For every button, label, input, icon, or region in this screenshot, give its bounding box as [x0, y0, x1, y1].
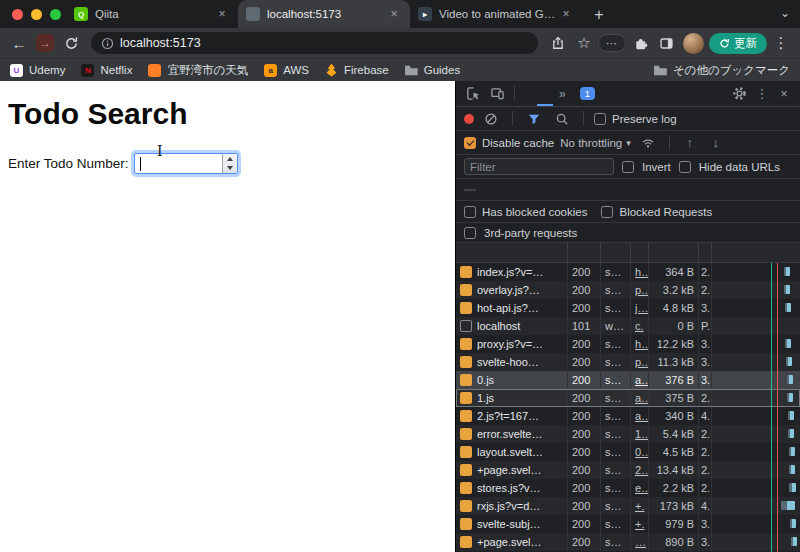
resource-type-chip[interactable]: [614, 189, 626, 191]
tab-search-chevron-icon[interactable]: ⌄: [780, 6, 790, 20]
resource-type-chip[interactable]: [479, 189, 491, 191]
column-header[interactable]: [568, 243, 601, 262]
invert-checkbox[interactable]: [622, 161, 634, 173]
spinner-down-button[interactable]: [223, 164, 237, 174]
request-row[interactable]: 2.js?t=167… 200 s… a… 340 B 4.: [456, 407, 800, 425]
profile-avatar[interactable]: [683, 33, 704, 54]
request-row[interactable]: rxjs.js?v=d… 200 s… +. 173 kB 4.: [456, 497, 800, 515]
request-row[interactable]: localhost 101 w… c. 0 B P.: [456, 317, 800, 335]
disable-cache-checkbox[interactable]: [464, 137, 476, 149]
throttling-dropdown[interactable]: No throttling ▾: [560, 137, 631, 149]
hide-data-urls-checkbox[interactable]: [679, 161, 691, 173]
devtools-settings-gear-icon[interactable]: [728, 84, 750, 104]
initiator-link[interactable]: h…: [631, 263, 649, 281]
resource-type-chip[interactable]: [584, 189, 596, 191]
issues-counter-badge[interactable]: 1: [580, 87, 595, 100]
request-row[interactable]: index.js?v=… 200 s… h… 364 B 2.: [456, 263, 800, 281]
request-row[interactable]: svelte-subj… 200 s… +. 979 B 3.: [456, 515, 800, 533]
request-row[interactable]: overlay.js?… 200 s… p… 3.2 kB 2.: [456, 281, 800, 299]
browser-tab[interactable]: ▸ Video to animated GIF convert ×: [410, 0, 582, 28]
import-har-icon[interactable]: ↑: [680, 135, 700, 150]
request-row[interactable]: +page.svel… 200 s… 2… 13.4 kB 2.: [456, 461, 800, 479]
network-conditions-icon[interactable]: [637, 133, 659, 153]
initiator-link[interactable]: a…: [631, 389, 649, 407]
devtools-tab[interactable]: [537, 81, 553, 106]
minimize-window-button[interactable]: [31, 9, 42, 20]
resource-type-chip[interactable]: [509, 189, 521, 191]
record-network-log-button[interactable]: [464, 114, 474, 124]
initiator-link[interactable]: p…: [631, 281, 649, 299]
initiator-link[interactable]: e…: [631, 479, 649, 497]
initiator-link[interactable]: 2…: [631, 461, 649, 479]
request-row[interactable]: 0.js 200 s… a… 376 B 3.: [456, 371, 800, 389]
column-header[interactable]: [631, 243, 649, 262]
request-row[interactable]: 1.js 200 s… a… 375 B 2.: [456, 389, 800, 407]
network-filter-input[interactable]: Filter: [464, 158, 614, 175]
column-header[interactable]: [699, 243, 712, 262]
initiator-link[interactable]: a…: [631, 371, 649, 389]
initiator-link[interactable]: h…: [631, 335, 649, 353]
browser-tab[interactable]: Q Qiita ×: [66, 0, 238, 28]
initiator-link[interactable]: …: [631, 533, 649, 551]
third-party-checkbox[interactable]: [464, 227, 476, 239]
resource-type-chip[interactable]: [524, 189, 536, 191]
bookmark-item[interactable]: Firebase: [325, 64, 389, 77]
bookmark-star-icon[interactable]: ☆: [572, 31, 596, 55]
devtools-tab[interactable]: [521, 81, 537, 106]
clear-network-log-icon[interactable]: [480, 109, 502, 129]
back-button[interactable]: ←: [7, 31, 31, 55]
request-row[interactable]: stores.js?v… 200 s… e… 2.2 kB 2.: [456, 479, 800, 497]
initiator-link[interactable]: 1…: [631, 425, 649, 443]
initiator-link[interactable]: c.: [631, 317, 649, 335]
extensions-puzzle-icon[interactable]: [628, 31, 652, 55]
bookmark-item[interactable]: a AWS: [264, 64, 309, 77]
device-toolbar-icon[interactable]: [486, 84, 508, 104]
initiator-link[interactable]: 0…: [631, 443, 649, 461]
initiator-link[interactable]: a…: [631, 407, 649, 425]
initiator-link[interactable]: +.: [631, 497, 649, 515]
forward-button[interactable]: →: [36, 34, 54, 52]
browser-menu-icon[interactable]: ⋮: [769, 31, 793, 55]
request-row[interactable]: error.svelte… 200 s… 1… 5.4 kB 2.: [456, 425, 800, 443]
address-bar[interactable]: localhost:5173: [91, 32, 538, 54]
resource-type-chip[interactable]: [569, 189, 581, 191]
bookmark-item[interactable]: N Netflix: [81, 64, 132, 77]
bookmark-item[interactable]: U Udemy: [10, 64, 65, 77]
chrome-update-button[interactable]: 更新: [709, 33, 767, 54]
request-row[interactable]: +page.svel… 200 s… … 890 B 3.: [456, 533, 800, 551]
resource-type-chip[interactable]: [539, 189, 551, 191]
column-header[interactable]: [649, 243, 699, 262]
request-row[interactable]: hot-api.js?… 200 s… j… 4.8 kB 3.: [456, 299, 800, 317]
has-blocked-cookies-checkbox[interactable]: [464, 206, 476, 218]
request-row[interactable]: svelte-hoo… 200 s… p… 11.3 kB 3.: [456, 353, 800, 371]
site-info-icon[interactable]: [101, 37, 114, 50]
devtools-menu-icon[interactable]: ⋮: [752, 86, 772, 101]
bookmark-item[interactable]: Guides: [405, 64, 460, 77]
close-window-button[interactable]: [12, 9, 23, 20]
reload-button[interactable]: [59, 31, 83, 55]
spinner-up-button[interactable]: [223, 154, 237, 164]
devtools-close-icon[interactable]: ×: [774, 86, 794, 101]
number-spinner[interactable]: [222, 154, 237, 173]
new-tab-button[interactable]: +: [586, 2, 612, 28]
request-row[interactable]: proxy.js?v=… 200 s… h… 12.2 kB 3.: [456, 335, 800, 353]
share-icon[interactable]: [546, 31, 570, 55]
column-header[interactable]: [601, 243, 631, 262]
extensions-overflow-button[interactable]: ⋯: [598, 34, 626, 52]
preserve-log-checkbox[interactable]: [594, 113, 606, 125]
resource-type-chip[interactable]: [599, 189, 611, 191]
fullscreen-window-button[interactable]: [50, 9, 61, 20]
initiator-link[interactable]: p…: [631, 353, 649, 371]
tab-close-icon[interactable]: ×: [386, 6, 402, 22]
export-har-icon[interactable]: ↓: [706, 135, 726, 150]
resource-type-chip[interactable]: [554, 189, 566, 191]
request-row[interactable]: layout.svelt… 200 s… 0… 4.5 kB 2.: [456, 443, 800, 461]
initiator-link[interactable]: +.: [631, 515, 649, 533]
blocked-requests-checkbox[interactable]: [601, 206, 613, 218]
bookmark-item[interactable]: 宜野湾市の天気: [148, 63, 248, 78]
initiator-link[interactable]: j…: [631, 299, 649, 317]
tab-close-icon[interactable]: ×: [214, 6, 230, 22]
other-bookmarks-button[interactable]: その他のブックマーク: [654, 63, 790, 78]
more-tabs-chevron-icon[interactable]: »: [555, 87, 570, 101]
todo-number-input[interactable]: [134, 153, 238, 174]
